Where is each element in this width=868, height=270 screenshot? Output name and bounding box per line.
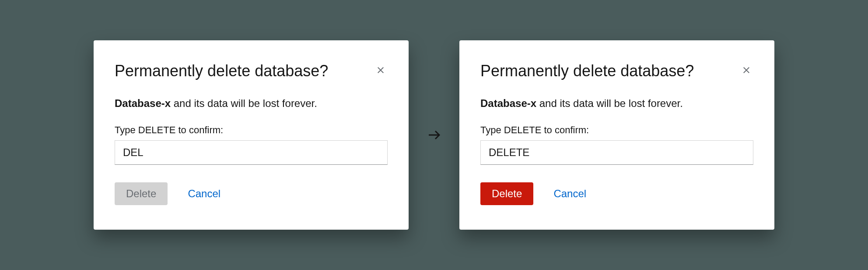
delete-button[interactable]: Delete <box>480 182 533 205</box>
delete-button[interactable]: Delete <box>115 182 168 205</box>
modal-title: Permanently delete database? <box>115 61 328 80</box>
modal-header: Permanently delete database? <box>480 61 753 80</box>
modal-footer: Delete Cancel <box>115 182 388 205</box>
confirm-label: Type DELETE to confirm: <box>480 124 753 136</box>
warning-suffix: and its data will be lost forever. <box>536 97 683 109</box>
modal-header: Permanently delete database? <box>115 61 388 80</box>
modal-footer: Delete Cancel <box>480 182 753 205</box>
close-button[interactable] <box>739 63 753 77</box>
database-name: Database-x <box>115 97 171 109</box>
close-icon <box>741 65 752 75</box>
modal-body: Database-x and its data will be lost for… <box>115 96 388 111</box>
close-icon <box>375 65 386 75</box>
warning-suffix: and its data will be lost forever. <box>171 97 317 109</box>
delete-confirmation-modal: Permanently delete database? Database-x … <box>459 40 774 230</box>
confirm-group: Type DELETE to confirm: <box>480 124 753 165</box>
arrow-right-icon <box>426 127 442 143</box>
modal-body: Database-x and its data will be lost for… <box>480 96 753 111</box>
warning-text: Database-x and its data will be lost for… <box>115 96 388 111</box>
delete-confirmation-modal: Permanently delete database? Database-x … <box>94 40 409 230</box>
confirm-input[interactable] <box>480 140 753 165</box>
modal-title: Permanently delete database? <box>480 61 694 80</box>
cancel-button[interactable]: Cancel <box>185 182 223 205</box>
close-button[interactable] <box>374 63 388 77</box>
confirm-input[interactable] <box>115 140 388 165</box>
confirm-group: Type DELETE to confirm: <box>115 124 388 165</box>
confirm-label: Type DELETE to confirm: <box>115 124 388 136</box>
warning-text: Database-x and its data will be lost for… <box>480 96 753 111</box>
cancel-button[interactable]: Cancel <box>551 182 589 205</box>
database-name: Database-x <box>480 97 536 109</box>
